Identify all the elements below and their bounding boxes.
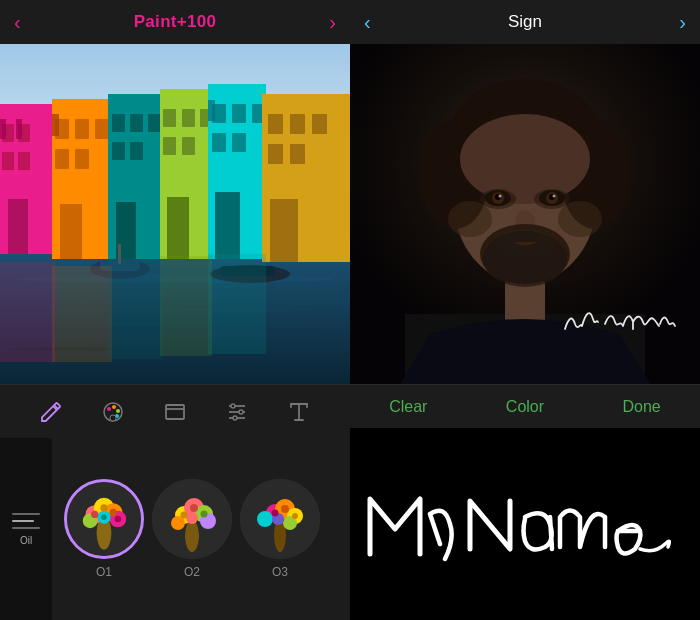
left-header: ‹ Paint+100 › [0, 0, 350, 44]
brush-o1-circle[interactable] [64, 479, 144, 559]
svg-rect-36 [232, 104, 246, 123]
svg-point-70 [110, 415, 116, 421]
svg-rect-31 [163, 137, 176, 155]
svg-rect-62 [160, 256, 212, 356]
svg-point-135 [553, 195, 556, 198]
brush-o2-item[interactable]: O2 [152, 479, 232, 579]
done-button[interactable]: Done [623, 398, 661, 416]
right-title: Sign [508, 12, 542, 32]
svg-rect-7 [2, 152, 14, 170]
brush-o3-circle[interactable] [240, 479, 320, 559]
svg-rect-71 [166, 405, 184, 419]
svg-rect-41 [208, 100, 215, 121]
svg-rect-11 [16, 119, 22, 139]
svg-point-139 [483, 231, 567, 287]
svg-rect-33 [167, 197, 189, 259]
svg-rect-45 [312, 114, 327, 134]
svg-rect-44 [290, 114, 305, 134]
svg-point-101 [186, 512, 198, 524]
svg-point-115 [292, 513, 298, 519]
svg-rect-43 [268, 114, 283, 134]
right-header: ‹ Sign › [350, 0, 700, 44]
palette-tool-icon[interactable] [95, 394, 131, 430]
svg-point-78 [233, 416, 237, 420]
svg-rect-9 [8, 199, 28, 254]
svg-rect-40 [215, 192, 240, 259]
svg-rect-29 [182, 109, 195, 127]
svg-point-114 [281, 505, 289, 513]
svg-rect-25 [130, 142, 143, 160]
svg-rect-59 [0, 262, 55, 362]
brush-o1-item[interactable]: O1 [64, 479, 144, 579]
brush-o2-label: O2 [184, 565, 200, 579]
svg-point-76 [231, 404, 235, 408]
svg-point-113 [272, 510, 279, 517]
svg-rect-28 [163, 109, 176, 127]
sliders-tool-icon[interactable] [219, 394, 255, 430]
color-button[interactable]: Color [506, 398, 544, 416]
svg-point-103 [190, 504, 198, 512]
svg-point-95 [185, 520, 199, 552]
brush-o2-circle[interactable] [152, 479, 232, 559]
svg-rect-46 [268, 144, 283, 164]
svg-rect-32 [182, 137, 195, 155]
text-tool-icon[interactable] [281, 394, 317, 430]
clear-button[interactable]: Clear [389, 398, 427, 416]
svg-rect-24 [112, 142, 125, 160]
right-photo-area [350, 44, 700, 384]
svg-rect-17 [75, 149, 89, 169]
brush-o1-label: O1 [96, 565, 112, 579]
svg-rect-18 [60, 204, 82, 259]
sign-actions-bar: Clear Color Done [350, 384, 700, 428]
svg-rect-63 [208, 254, 266, 354]
brush-o3-item[interactable]: O3 [240, 479, 320, 579]
canvas-tool-icon[interactable] [157, 394, 193, 430]
svg-point-65 [107, 407, 111, 411]
oil-category-label: Oil [0, 438, 52, 620]
left-toolbar [0, 384, 350, 438]
svg-point-91 [110, 509, 117, 516]
svg-point-140 [448, 201, 492, 237]
svg-rect-14 [75, 119, 89, 139]
svg-rect-10 [0, 119, 6, 139]
left-panel: ‹ Paint+100 › [0, 0, 350, 620]
svg-rect-15 [95, 119, 109, 139]
svg-rect-48 [270, 199, 298, 262]
brush-o3-label: O3 [272, 565, 288, 579]
svg-point-104 [201, 511, 208, 518]
left-forward-arrow[interactable]: › [329, 11, 336, 34]
svg-point-77 [239, 410, 243, 414]
right-panel: ‹ Sign › [350, 0, 700, 620]
left-back-arrow[interactable]: ‹ [14, 11, 21, 34]
svg-point-67 [116, 409, 120, 413]
svg-point-93 [101, 514, 107, 520]
svg-point-125 [460, 114, 590, 204]
brush-styles-area: Oil [0, 438, 350, 620]
svg-rect-38 [212, 133, 226, 152]
svg-rect-23 [148, 114, 160, 132]
svg-rect-16 [55, 149, 69, 169]
right-back-arrow[interactable]: ‹ [364, 11, 371, 34]
photo-signature-overlay [560, 304, 680, 344]
svg-rect-21 [112, 114, 125, 132]
svg-point-141 [558, 201, 602, 237]
left-title: Paint+100 [134, 12, 217, 32]
svg-rect-22 [130, 114, 143, 132]
right-forward-arrow[interactable]: › [679, 11, 686, 34]
signature-canvas[interactable] [350, 428, 700, 620]
svg-rect-39 [232, 133, 246, 152]
svg-rect-61 [108, 259, 163, 359]
svg-rect-47 [290, 144, 305, 164]
svg-point-66 [112, 405, 116, 409]
svg-point-92 [115, 516, 121, 522]
svg-point-134 [499, 195, 502, 198]
svg-point-110 [257, 511, 273, 527]
svg-point-90 [100, 504, 107, 511]
left-photo-area [0, 44, 350, 384]
brush-tool-icon[interactable] [33, 394, 69, 430]
svg-rect-8 [18, 152, 30, 170]
svg-rect-60 [52, 266, 112, 362]
svg-point-89 [91, 511, 98, 518]
svg-rect-19 [52, 114, 59, 136]
brush-circles-container: O1 [52, 479, 350, 579]
